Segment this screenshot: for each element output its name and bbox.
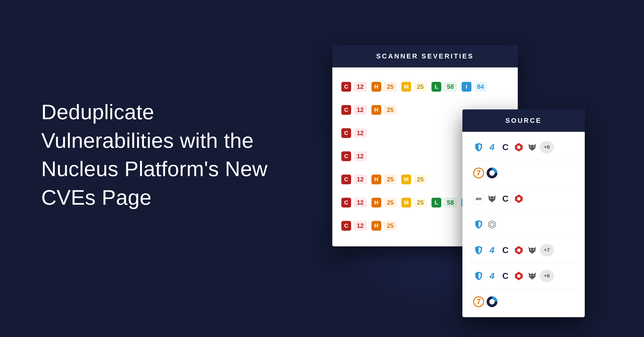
svg-point-7 xyxy=(493,198,494,199)
svg-point-1 xyxy=(530,146,531,147)
svg-text:7: 7 xyxy=(477,298,481,306)
severity-count-c: 12 xyxy=(354,221,367,231)
shield-icon xyxy=(472,244,485,256)
svg-point-8 xyxy=(517,197,520,200)
severity-badge-c: C xyxy=(341,128,351,138)
severity-badge-c: C xyxy=(341,198,351,208)
svg-point-0 xyxy=(517,145,520,149)
svg-point-6 xyxy=(490,198,491,199)
severity-count-c: 12 xyxy=(354,198,367,208)
hex-icon xyxy=(486,218,498,231)
severity-badge-h: H xyxy=(371,221,381,231)
source-row: 4C+6 xyxy=(471,263,576,289)
headline: Deduplicate Vulnerabilities with the Nuc… xyxy=(41,98,291,212)
severity-badge-c: C xyxy=(341,82,351,92)
wolf-icon xyxy=(526,270,538,282)
svg-point-14 xyxy=(533,275,534,276)
wolf-icon xyxy=(526,244,538,256)
severity-badge-i: I xyxy=(462,82,471,92)
four-icon: 4 xyxy=(486,141,498,153)
source-row: 4C+7 xyxy=(471,237,576,263)
q-icon xyxy=(513,244,525,256)
c-icon: C xyxy=(499,193,512,205)
severity-badge-h: H xyxy=(371,198,381,208)
svg-text:7: 7 xyxy=(477,169,481,177)
severity-row: C12H25M25L58I84 xyxy=(341,75,509,98)
severity-count-h: 25 xyxy=(384,82,397,92)
svg-point-9 xyxy=(517,248,520,252)
severity-badge-l: L xyxy=(431,82,441,92)
severity-count-m: 25 xyxy=(414,82,427,92)
seven-icon: 7 xyxy=(472,167,485,179)
svg-point-2 xyxy=(533,146,534,147)
source-row: 7 xyxy=(471,160,576,186)
source-title: SOURCE xyxy=(462,109,585,132)
severity-badge-h: H xyxy=(371,105,381,115)
source-overflow-badge[interactable]: +7 xyxy=(540,244,554,256)
q-icon xyxy=(513,193,525,205)
four-icon: 4 xyxy=(486,244,498,256)
severity-count-c: 12 xyxy=(354,128,367,138)
source-row: awC xyxy=(471,186,576,212)
source-overflow-badge[interactable]: +6 xyxy=(540,270,554,282)
severity-badge-m: M xyxy=(401,175,411,184)
shield-icon xyxy=(472,218,485,231)
severity-count-l: 58 xyxy=(444,198,457,208)
severity-count-l: 58 xyxy=(444,82,457,92)
aw-icon: aw xyxy=(472,193,485,205)
shield-icon xyxy=(472,141,485,153)
c-icon: C xyxy=(499,141,512,153)
source-row: 7 xyxy=(471,289,576,315)
severity-count-h: 25 xyxy=(384,105,397,115)
c-icon: C xyxy=(499,244,512,256)
svg-point-13 xyxy=(530,275,531,276)
q-icon xyxy=(513,141,525,153)
source-card: SOURCE 4C+67awC4C+74C+67 xyxy=(462,109,585,317)
severity-count-c: 12 xyxy=(354,151,367,161)
ring-icon xyxy=(486,296,498,308)
scanner-severities-title: SCANNER SEVERITIES xyxy=(332,45,518,67)
wolf-icon xyxy=(486,193,498,205)
severity-count-h: 25 xyxy=(384,221,397,231)
severity-badge-c: C xyxy=(341,175,351,184)
wolf-icon xyxy=(526,141,538,153)
q-icon xyxy=(513,270,525,282)
c-icon: C xyxy=(499,270,512,282)
severity-count-h: 25 xyxy=(384,175,397,184)
severity-badge-c: C xyxy=(341,221,351,231)
severity-count-c: 12 xyxy=(354,175,367,184)
severity-badge-m: M xyxy=(401,82,411,92)
severity-badge-c: C xyxy=(341,151,351,161)
shield-icon xyxy=(472,270,485,282)
ring-icon xyxy=(486,167,498,179)
severity-count-i: 84 xyxy=(474,82,487,92)
severity-count-c: 12 xyxy=(354,82,367,92)
svg-point-12 xyxy=(517,274,520,278)
severity-badge-c: C xyxy=(341,105,351,115)
severity-count-m: 25 xyxy=(414,198,427,208)
severity-badge-h: H xyxy=(371,175,381,184)
severity-badge-l: L xyxy=(431,198,441,208)
svg-point-11 xyxy=(533,249,534,250)
severity-count-m: 25 xyxy=(414,175,427,184)
source-overflow-badge[interactable]: +6 xyxy=(540,141,554,153)
svg-point-10 xyxy=(530,249,531,250)
seven-icon: 7 xyxy=(472,296,485,308)
severity-badge-h: H xyxy=(371,82,381,92)
severity-badge-m: M xyxy=(401,198,411,208)
four-icon: 4 xyxy=(486,270,498,282)
severity-count-h: 25 xyxy=(384,198,397,208)
severity-count-c: 12 xyxy=(354,105,367,115)
source-row: 4C+6 xyxy=(471,134,576,160)
source-row xyxy=(471,212,576,237)
